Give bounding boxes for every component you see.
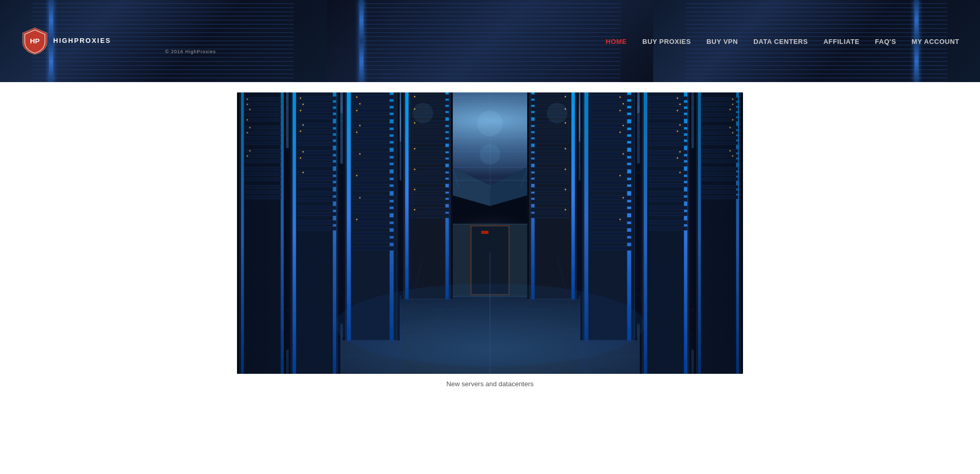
svg-point-161 <box>414 122 416 124</box>
svg-rect-180 <box>531 160 569 164</box>
svg-rect-304 <box>578 92 743 374</box>
svg-point-163 <box>414 169 416 170</box>
svg-rect-187 <box>531 208 569 212</box>
main-nav: HP HIGHPROXIES © 2016 HighProxies HOME B… <box>0 0 980 82</box>
nav-item-buy-vpn[interactable]: BUY VPN <box>706 37 738 46</box>
svg-point-162 <box>414 148 416 150</box>
svg-rect-151 <box>411 167 449 171</box>
svg-rect-138 <box>405 92 408 299</box>
svg-rect-171 <box>531 101 569 105</box>
nav-link-affiliate[interactable]: AFFILIATE <box>824 38 860 45</box>
nav-item-my-account[interactable]: MY ACCOUNT <box>912 37 959 46</box>
svg-rect-170 <box>531 94 569 99</box>
svg-point-164 <box>414 189 416 191</box>
nav-item-home[interactable]: HOME <box>606 37 627 46</box>
svg-rect-169 <box>572 92 575 299</box>
svg-rect-144 <box>411 121 449 125</box>
svg-rect-188 <box>531 214 569 218</box>
svg-rect-179 <box>531 153 569 157</box>
svg-rect-183 <box>531 180 569 184</box>
nav-link-data-centers[interactable]: DATA CENTERS <box>753 38 808 45</box>
nav-list: HOME BUY PROXIES BUY VPN DATA CENTERS AF… <box>606 37 959 46</box>
svg-rect-186 <box>531 200 569 204</box>
nav-item-buy-proxies[interactable]: BUY PROXIES <box>642 37 691 46</box>
svg-rect-140 <box>411 94 449 99</box>
nav-link-faqs[interactable]: FAQ'S <box>875 38 896 45</box>
datacenter-image-container: New servers and datacenters <box>237 92 743 388</box>
nav-item-faqs[interactable]: FAQ'S <box>875 37 896 46</box>
svg-rect-148 <box>411 147 449 151</box>
datacenter-illustration <box>237 92 743 374</box>
svg-rect-177 <box>531 139 569 144</box>
svg-rect-181 <box>531 167 569 171</box>
svg-rect-158 <box>411 214 449 218</box>
svg-rect-154 <box>411 187 449 192</box>
svg-point-192 <box>565 148 566 150</box>
svg-point-297 <box>477 110 503 136</box>
svg-rect-38 <box>481 231 488 234</box>
svg-rect-175 <box>531 127 569 131</box>
svg-point-195 <box>565 209 566 211</box>
svg-point-299 <box>413 103 433 123</box>
nav-item-affiliate[interactable]: AFFILIATE <box>824 37 860 46</box>
hero-banner: HP HIGHPROXIES © 2016 HighProxies HOME B… <box>0 0 980 82</box>
main-content: New servers and datacenters <box>0 82 980 408</box>
nav-link-buy-proxies[interactable]: BUY PROXIES <box>642 38 691 45</box>
svg-rect-153 <box>411 180 449 184</box>
svg-rect-174 <box>531 121 569 125</box>
svg-point-300 <box>547 103 567 123</box>
svg-rect-145 <box>411 127 449 131</box>
svg-rect-178 <box>531 147 569 151</box>
svg-rect-150 <box>411 160 449 164</box>
svg-rect-303 <box>237 92 402 374</box>
svg-rect-147 <box>411 139 449 144</box>
svg-point-194 <box>565 189 566 191</box>
svg-point-298 <box>480 144 500 165</box>
datacenter-image <box>237 92 743 374</box>
svg-rect-141 <box>411 101 449 105</box>
image-caption: New servers and datacenters <box>237 380 743 388</box>
svg-point-165 <box>414 209 416 211</box>
svg-point-159 <box>414 96 416 98</box>
nav-link-buy-vpn[interactable]: BUY VPN <box>706 38 738 45</box>
nav-item-data-centers[interactable]: DATA CENTERS <box>753 37 808 46</box>
nav-link-home[interactable]: HOME <box>606 38 627 45</box>
svg-point-191 <box>565 122 566 124</box>
svg-text:HP: HP <box>30 37 40 45</box>
svg-point-193 <box>565 169 566 170</box>
svg-rect-176 <box>531 133 569 137</box>
svg-rect-152 <box>411 173 449 178</box>
svg-rect-184 <box>531 187 569 192</box>
nav-link-my-account[interactable]: MY ACCOUNT <box>912 38 959 45</box>
logo-brand: HIGHPROXIES <box>53 37 111 45</box>
svg-point-189 <box>565 96 566 98</box>
svg-rect-146 <box>411 133 449 137</box>
site-title: © 2016 HighProxies <box>165 49 216 54</box>
svg-rect-155 <box>411 194 449 198</box>
svg-rect-156 <box>411 200 449 204</box>
logo-link[interactable]: HP HIGHPROXIES <box>21 27 111 55</box>
svg-rect-149 <box>411 153 449 157</box>
logo-shield-icon: HP <box>21 27 49 55</box>
svg-rect-157 <box>411 208 449 212</box>
svg-rect-185 <box>531 194 569 198</box>
svg-rect-182 <box>531 173 569 178</box>
